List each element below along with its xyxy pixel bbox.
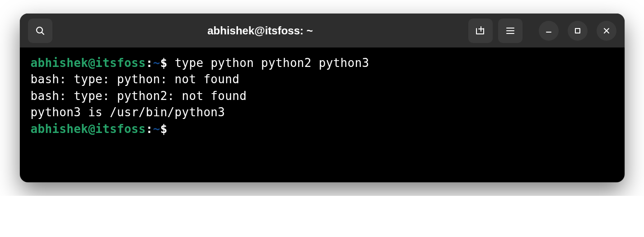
hamburger-icon: [505, 26, 515, 36]
prompt-symbol: $: [160, 56, 168, 70]
minimize-icon: [545, 27, 552, 34]
svg-line-1: [42, 32, 44, 34]
menu-button[interactable]: [498, 19, 523, 43]
minimize-button[interactable]: [539, 21, 559, 41]
svg-rect-8: [575, 28, 580, 33]
prompt-path: ~: [153, 122, 160, 136]
titlebar: abhishek@itsfoss: ~: [20, 14, 625, 47]
window-title: abhishek@itsfoss: ~: [207, 24, 313, 37]
window-controls: [539, 21, 616, 41]
output-line-2: bash: type: python2: not found: [31, 88, 614, 104]
prompt-symbol: $: [160, 122, 168, 136]
new-tab-icon: [475, 25, 486, 37]
prompt-separator: :: [146, 56, 153, 70]
prompt-line-1: abhishek@itsfoss:~$ type python python2 …: [31, 55, 614, 71]
close-icon: [603, 27, 610, 34]
prompt-user-host: abhishek@itsfoss: [31, 122, 146, 136]
prompt-user-host: abhishek@itsfoss: [31, 56, 146, 70]
titlebar-actions: [468, 19, 523, 43]
command-text: type python python2 python3: [175, 56, 369, 70]
maximize-icon: [574, 27, 581, 34]
close-button[interactable]: [597, 21, 616, 41]
output-line-3: python3 is /usr/bin/python3: [31, 104, 614, 120]
new-tab-button[interactable]: [468, 19, 493, 43]
output-line-1: bash: type: python: not found: [31, 71, 614, 87]
search-button[interactable]: [28, 19, 52, 43]
prompt-path: ~: [153, 56, 160, 70]
titlebar-left: [28, 19, 52, 43]
titlebar-right: [468, 19, 616, 43]
maximize-button[interactable]: [568, 21, 588, 41]
titlebar-center: abhishek@itsfoss: ~: [57, 24, 464, 37]
prompt-line-2: abhishek@itsfoss:~$: [31, 121, 614, 137]
prompt-separator: :: [146, 122, 153, 136]
terminal-window: abhishek@itsfoss: ~: [20, 14, 625, 182]
terminal-body[interactable]: abhishek@itsfoss:~$ type python python2 …: [20, 47, 625, 182]
command-text: [168, 56, 175, 70]
search-icon: [35, 25, 46, 36]
